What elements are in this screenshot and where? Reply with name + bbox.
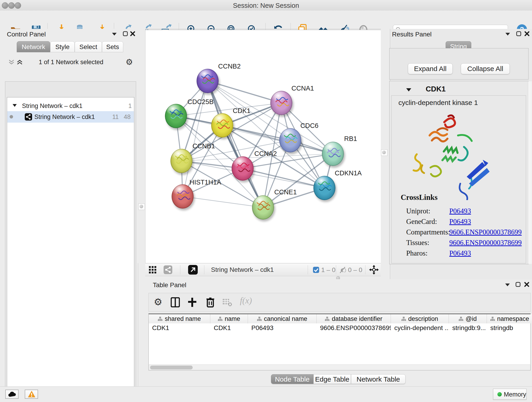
crosslink-label: Compartments: bbox=[406, 228, 450, 236]
right-splitter-handle[interactable] bbox=[381, 149, 387, 156]
network-options-gear-icon[interactable]: ⚙ bbox=[126, 57, 133, 67]
column-header-description[interactable]: description bbox=[391, 314, 449, 323]
network-node-rb1[interactable] bbox=[322, 142, 344, 166]
table-panel-title: Table Panel bbox=[153, 281, 186, 289]
control-panel: Control Panel NetworkStyleSelectSets 1 o… bbox=[0, 29, 138, 386]
panel-close-icon[interactable] bbox=[525, 31, 530, 36]
create-column-icon[interactable] bbox=[187, 297, 197, 308]
memory-label: Memory bbox=[504, 391, 526, 398]
node-label-hist1h1a: HIST1H1A bbox=[190, 179, 221, 186]
network-node-ccna2[interactable] bbox=[232, 156, 254, 181]
tab-edge-table[interactable]: Edge Table bbox=[313, 374, 351, 384]
panel-close-icon[interactable] bbox=[524, 282, 529, 287]
tab-style[interactable]: Style bbox=[50, 41, 75, 52]
column-header-namespace[interactable]: namespace bbox=[487, 314, 532, 323]
toolbar-separator bbox=[308, 265, 308, 274]
collection-label: String Network – cdk1 bbox=[22, 102, 82, 109]
node-label-cdc25b: CDC25B bbox=[187, 98, 214, 106]
network-view-mode-icon[interactable] bbox=[164, 265, 172, 274]
network-collection-row[interactable]: String Network – cdk1 1 bbox=[7, 101, 134, 112]
network-node-count: 11 bbox=[112, 114, 119, 121]
expand-all-networks-icon[interactable] bbox=[17, 60, 23, 65]
left-splitter-handle[interactable] bbox=[138, 204, 145, 210]
tab-select[interactable]: Select bbox=[75, 41, 102, 52]
hidden-elements-icon bbox=[338, 266, 347, 274]
column-header-database-identifier[interactable]: database identifier bbox=[317, 314, 391, 323]
table-cell[interactable]: CDK1 bbox=[149, 323, 210, 332]
warning-button[interactable] bbox=[25, 390, 38, 399]
toolbar-separator bbox=[180, 265, 180, 274]
network-node-cdk1[interactable] bbox=[211, 113, 233, 138]
table-hscrollbar-thumb[interactable] bbox=[150, 366, 193, 370]
table-cell[interactable]: cyclin-dependent ... bbox=[391, 323, 449, 332]
panel-float-icon[interactable] bbox=[516, 31, 521, 36]
expand-all-button[interactable]: Expand All bbox=[408, 63, 453, 74]
protein-structure-image bbox=[408, 108, 495, 200]
node-table[interactable]: shared namenamecanonical namedatabase id… bbox=[148, 313, 531, 370]
tab-node-table[interactable]: Node Table bbox=[271, 374, 313, 384]
table-cell[interactable]: 9606.ENSP00000378699 bbox=[317, 323, 391, 332]
section-title[interactable]: CDK1 bbox=[426, 85, 446, 93]
table-cell[interactable]: stringdb:9... bbox=[449, 323, 487, 332]
network-row-selected[interactable]: String Network – cdk1 11 48 bbox=[7, 111, 134, 123]
network-node-ccnb2[interactable] bbox=[196, 69, 219, 93]
crosslink-label: Uniprot: bbox=[406, 207, 430, 215]
network-view-title: String Network – cdk1 bbox=[211, 266, 274, 274]
status-bar: Memory bbox=[0, 386, 532, 402]
table-cell[interactable]: stringdb bbox=[487, 323, 532, 332]
title-bar: Session: New Session bbox=[0, 0, 532, 11]
column-header-name[interactable]: name bbox=[210, 314, 248, 323]
network-node-cdc25b[interactable] bbox=[165, 104, 187, 128]
column-header-shared-name[interactable]: shared name bbox=[149, 314, 210, 323]
toolbar-separator bbox=[365, 265, 365, 274]
selected-checkbox-icon[interactable] bbox=[313, 267, 319, 273]
table-options-gear-icon[interactable]: ⚙ bbox=[154, 296, 162, 307]
panel-collapse-icon[interactable] bbox=[112, 32, 117, 36]
network-canvas[interactable]: CCNB2CCNA1CDC25BCDK1CDC6RB1CCNB1CCNA2CDK… bbox=[145, 30, 381, 263]
crosslink-value-link[interactable]: P06493 bbox=[449, 249, 471, 257]
grid-view-icon[interactable] bbox=[149, 266, 157, 274]
tab-network-table[interactable]: Network Table bbox=[351, 374, 405, 384]
node-label-rb1: RB1 bbox=[344, 135, 357, 143]
network-node-ccna1[interactable] bbox=[270, 91, 292, 115]
network-node-layer: CCNB2CCNA1CDC25BCDK1CDC6RB1CCNB1CCNA2CDK… bbox=[146, 30, 381, 263]
delete-column-icon[interactable] bbox=[206, 297, 215, 308]
network-selection-summary: 1 of 1 Network selected bbox=[25, 59, 117, 66]
crosslink-label: GeneCard: bbox=[406, 217, 437, 225]
panel-collapse-icon[interactable] bbox=[505, 32, 510, 36]
crosslink-value-link[interactable]: P06493 bbox=[449, 207, 471, 215]
panel-collapse-icon[interactable] bbox=[505, 283, 510, 287]
show-columns-icon[interactable] bbox=[171, 297, 180, 307]
collapse-all-button[interactable]: Collapse All bbox=[461, 63, 510, 74]
network-node-hist1h1a[interactable] bbox=[172, 184, 194, 209]
left-splitter[interactable] bbox=[138, 29, 145, 263]
memory-button[interactable]: Memory bbox=[493, 389, 526, 400]
table-hscrollbar[interactable] bbox=[148, 364, 531, 370]
collapse-all-networks-icon[interactable] bbox=[8, 60, 15, 65]
current-network-dot bbox=[10, 115, 13, 119]
table-cell[interactable]: P06493 bbox=[248, 323, 317, 332]
crosslink-row: Uniprot:P06493 bbox=[406, 207, 523, 215]
network-node-ccnb1[interactable] bbox=[171, 149, 192, 173]
crosslink-value-link[interactable]: 9606.ENSP00000378699 bbox=[449, 239, 522, 247]
pan-crosshair-icon[interactable] bbox=[369, 265, 379, 274]
section-collapse-icon[interactable] bbox=[406, 88, 412, 92]
column-header--id[interactable]: @id bbox=[449, 314, 487, 323]
crosslink-value-link[interactable]: P06493 bbox=[449, 217, 471, 226]
tab-network[interactable]: Network bbox=[17, 41, 50, 52]
open-in-window-icon[interactable] bbox=[188, 265, 198, 274]
network-node-cdc6[interactable] bbox=[279, 128, 301, 153]
cloud-button[interactable] bbox=[5, 390, 19, 399]
tab-sets[interactable]: Sets bbox=[102, 41, 123, 52]
crosslink-value-link[interactable]: 9606.ENSP00000378699 bbox=[449, 228, 522, 236]
column-header-canonical-name[interactable]: canonical name bbox=[248, 314, 317, 323]
network-node-ccne1[interactable] bbox=[252, 195, 274, 220]
panel-close-icon[interactable] bbox=[130, 31, 135, 36]
panel-float-icon[interactable] bbox=[123, 31, 128, 36]
results-panel-title: Results Panel bbox=[392, 31, 432, 38]
panel-float-icon[interactable] bbox=[515, 282, 520, 287]
table-cell[interactable]: CDK1 bbox=[210, 323, 248, 332]
network-node-cdkn1a[interactable] bbox=[313, 176, 336, 200]
results-scrollbar[interactable] bbox=[528, 81, 532, 264]
tree-expander-icon[interactable] bbox=[12, 104, 17, 107]
